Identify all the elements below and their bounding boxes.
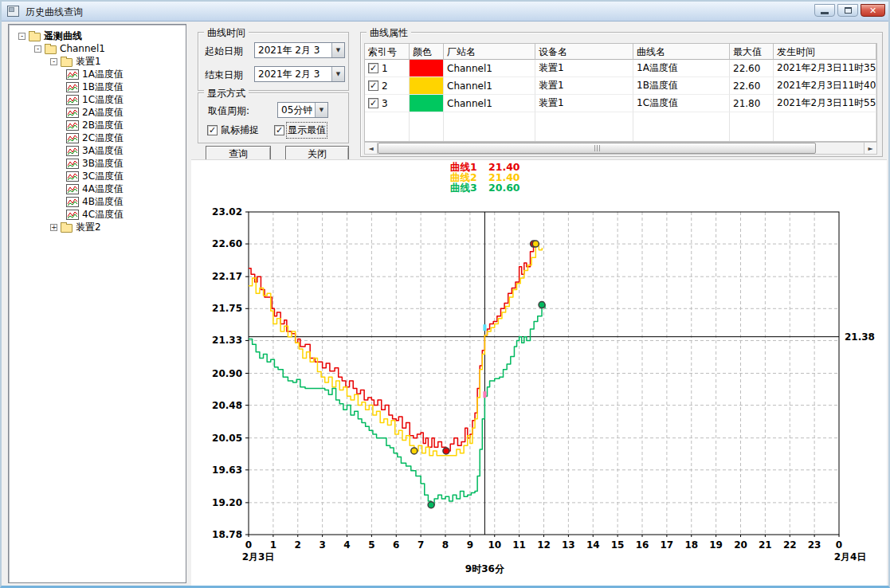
chevron-down-icon[interactable]: ▼ (331, 43, 344, 57)
scroll-right-button[interactable]: ► (864, 143, 876, 154)
table-row[interactable]: ✓3 Channel1 装置1 1C温度值 21.80 2021年2月3日11时… (365, 95, 876, 112)
svg-text:13: 13 (562, 539, 575, 551)
svg-text:18.78: 18.78 (212, 529, 242, 540)
start-date-select[interactable]: 2021年 2月 3 ▼ (254, 42, 345, 58)
tree-item-label: 2C温度值 (82, 131, 124, 145)
period-value: 05分钟 (278, 104, 315, 117)
minimize-button[interactable] (814, 4, 835, 17)
mouse-capture-label: 鼠标捕捉 (221, 123, 259, 137)
tree-leaf-3c[interactable]: 3C温度值 (17, 170, 184, 182)
scroll-left-button[interactable]: ◄ (365, 143, 378, 154)
curve-icon (66, 171, 79, 182)
display-mode-group: 显示方式 取值周期: 05分钟 ▼ ✓ 鼠标捕捉 ✓ 显示最值 (198, 92, 349, 143)
header-max[interactable]: 最大值 (730, 44, 774, 60)
tree-leaf-3b[interactable]: 3B温度值 (17, 157, 184, 170)
tree-item-device1[interactable]: - 装置1 (17, 55, 184, 68)
collapse-icon[interactable]: - (34, 45, 41, 53)
svg-text:23: 23 (808, 539, 821, 551)
period-select[interactable]: 05分钟 ▼ (277, 102, 328, 118)
show-extremes-label: 显示最值 (288, 123, 326, 137)
row-checkbox[interactable]: ✓ (368, 98, 378, 108)
svg-text:9时36分: 9时36分 (465, 563, 505, 574)
scrollbar-track[interactable] (378, 143, 864, 154)
collapse-icon[interactable]: - (50, 58, 57, 65)
header-curve[interactable]: 曲线名 (633, 44, 730, 60)
curve-icon (66, 210, 79, 220)
svg-text:19.20: 19.20 (212, 497, 242, 508)
tree-leaf-2b[interactable]: 2B温度值 (17, 119, 184, 131)
tree-item-root[interactable]: - 遥测曲线 (17, 29, 184, 42)
table-row[interactable]: ✓1 Channel1 装置1 1A温度值 22.60 2021年2月3日11时… (365, 60, 876, 77)
tree-leaf-1a[interactable]: 1A温度值 (17, 68, 184, 80)
svg-text:4: 4 (343, 539, 350, 551)
header-time[interactable]: 发生时间 (774, 44, 876, 60)
color-swatch (410, 60, 443, 76)
end-date-select[interactable]: 2021年 2月 3 ▼ (254, 66, 345, 82)
svg-text:8: 8 (442, 539, 449, 551)
curve-icon (66, 184, 79, 194)
legend-item: 曲线3 20.60 (450, 182, 520, 193)
tree-item-label: 装置1 (76, 55, 101, 69)
tree-item-label: 4B温度值 (82, 195, 124, 209)
max-cell: 22.60 (730, 60, 774, 77)
tree-item-label: 1C温度值 (82, 93, 124, 107)
tree-item-channel1[interactable]: - Channel1 (17, 42, 184, 55)
tree-leaf-1b[interactable]: 1B温度值 (17, 80, 184, 93)
table-row[interactable]: ✓2 Channel1 装置1 1B温度值 22.60 2021年2月3日11时… (365, 77, 876, 95)
curve-icon (66, 197, 79, 207)
header-device[interactable]: 设备名 (535, 44, 633, 60)
row-checkbox[interactable]: ✓ (368, 80, 378, 91)
tree-item-label: 3C温度值 (82, 170, 124, 183)
expand-icon[interactable]: + (50, 224, 57, 231)
header-index[interactable]: 索引号 (365, 44, 410, 60)
row-checkbox[interactable]: ✓ (368, 63, 378, 73)
tree-item-device2[interactable]: + 装置2 (17, 221, 184, 233)
table-empty-area (365, 112, 876, 141)
tree-leaf-4a[interactable]: 4A温度值 (17, 182, 184, 195)
svg-text:2月3日: 2月3日 (242, 551, 275, 563)
tree-item-label: 1B温度值 (82, 80, 124, 94)
svg-text:22.60: 22.60 (212, 238, 242, 249)
svg-text:16: 16 (636, 539, 649, 551)
show-extremes-checkbox[interactable]: ✓ (274, 125, 284, 135)
close-button[interactable]: ✕ (861, 4, 885, 17)
svg-text:14: 14 (586, 539, 600, 551)
history-chart[interactable]: 23.0222.6022.1721.7521.3320.9020.4820.05… (191, 160, 887, 587)
time-cell: 2021年2月3日11时55 (774, 95, 876, 112)
tree-leaf-2c[interactable]: 2C温度值 (17, 131, 184, 144)
legend-series-name: 曲线3 (450, 182, 480, 193)
close-icon: ✕ (869, 6, 876, 16)
tree-item-label: 2B温度值 (82, 119, 124, 132)
maximize-button[interactable] (837, 4, 858, 17)
row-index: 1 (382, 63, 388, 74)
table-h-scrollbar[interactable]: ◄ ► (364, 142, 877, 155)
tree-item-label: 4A温度值 (82, 182, 124, 196)
tree-leaf-2a[interactable]: 2A温度值 (17, 106, 184, 119)
svg-text:12: 12 (537, 539, 551, 551)
scrollbar-thumb[interactable] (378, 143, 816, 154)
collapse-icon[interactable]: - (18, 33, 25, 40)
mouse-capture-checkbox[interactable]: ✓ (207, 125, 218, 135)
tree-item-label: 3B温度值 (82, 157, 124, 171)
tree-leaf-4b[interactable]: 4B温度值 (17, 195, 184, 208)
curve-icon (66, 95, 79, 105)
chevron-down-icon[interactable]: ▼ (331, 67, 344, 81)
curve-icon (66, 82, 79, 92)
tree-item-label: 4C温度值 (82, 208, 124, 221)
table-header-row: 索引号 颜色 厂站名 设备名 曲线名 最大值 发生时间 (365, 44, 876, 60)
tree-leaf-4c[interactable]: 4C温度值 (17, 208, 184, 221)
station-cell: Channel1 (444, 60, 535, 77)
svg-text:19.63: 19.63 (212, 465, 242, 476)
header-station[interactable]: 厂站名 (444, 44, 535, 60)
svg-text:5: 5 (368, 539, 374, 551)
chart-widget: 23.0222.6022.1721.7521.3320.9020.4820.05… (191, 159, 887, 586)
svg-text:22.17: 22.17 (212, 271, 242, 282)
minimize-icon (821, 12, 829, 14)
tree-leaf-3a[interactable]: 3A温度值 (17, 144, 184, 157)
chevron-down-icon[interactable]: ▼ (315, 103, 327, 117)
tree-leaf-1c[interactable]: 1C温度值 (17, 93, 184, 106)
tree-item-label: Channel1 (60, 43, 105, 54)
svg-text:1: 1 (270, 539, 276, 551)
curve-icon (66, 69, 79, 80)
header-color[interactable]: 颜色 (410, 44, 444, 60)
